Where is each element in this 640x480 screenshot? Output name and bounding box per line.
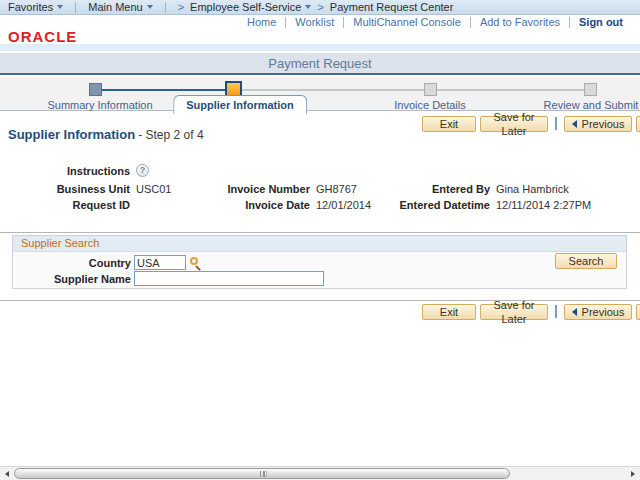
field-request-id: Request ID — [0, 199, 136, 211]
horizontal-scrollbar[interactable] — [0, 466, 640, 480]
breadcrumb-separator: > — [178, 1, 184, 13]
oracle-logo: ORACLE — [8, 29, 77, 45]
instructions-row: Instructions ? — [0, 164, 149, 177]
country-input[interactable] — [134, 255, 186, 270]
field-business-unit: Business UnitUSC01 — [0, 183, 171, 195]
step-label-review-and-submit[interactable]: Review and Submit — [544, 99, 639, 111]
supplier-search-header: Supplier Search — [13, 236, 626, 252]
lookup-magnifier-icon[interactable] — [189, 256, 203, 270]
supplier-name-input[interactable] — [134, 271, 324, 286]
next-button-clipped[interactable] — [636, 304, 640, 320]
header-links: Home Worklist MultiChannel Console Add t… — [0, 15, 640, 29]
exit-button[interactable]: Exit — [422, 116, 476, 132]
field-row: Request ID Invoice Date12/01/2014 Entere… — [0, 199, 640, 215]
supplier-name-label: Supplier Name — [13, 273, 131, 285]
payment-request-page: Favorites Main Menu > Employee Self-Serv… — [0, 0, 640, 480]
breadcrumb-employee-self-service[interactable]: Employee Self-Service — [190, 1, 311, 13]
chevron-down-icon — [57, 5, 63, 9]
triangle-right-icon — [631, 471, 635, 477]
worklist-link[interactable]: Worklist — [286, 16, 343, 28]
page-title-bar: Payment Request — [0, 53, 640, 75]
request-summary-fields: Business UnitUSC01 Invoice NumberGH8767 … — [0, 183, 640, 215]
step-marker-invoice-details[interactable] — [424, 83, 437, 96]
previous-button[interactable]: Previous — [564, 116, 632, 132]
add-to-favorites-link[interactable]: Add to Favorites — [471, 16, 569, 28]
breadcrumb-divider — [165, 2, 166, 13]
previous-button[interactable]: Previous — [564, 304, 632, 320]
triangle-left-icon — [5, 471, 9, 477]
instructions-label: Instructions — [0, 165, 130, 177]
supplier-name-row: Supplier Name — [13, 271, 324, 286]
field-entered-datetime: Entered Datetime12/11/2014 2:27PM — [360, 199, 591, 211]
stepper-segment-upcoming — [430, 89, 590, 91]
supplier-search-section: Supplier Search Country Supplier Name Se… — [12, 235, 627, 289]
breadcrumb-employee-self-service-label: Employee Self-Service — [190, 1, 301, 13]
breadcrumb-payment-request-center-label: Payment Request Center — [330, 1, 454, 13]
field-value: GH8767 — [316, 183, 357, 195]
country-row: Country — [13, 255, 203, 270]
scrollbar-thumb[interactable] — [14, 468, 510, 479]
step-marker-summary-information[interactable] — [89, 83, 102, 96]
stepper-segment-completed — [95, 89, 233, 91]
toolbar-divider — [555, 117, 557, 130]
field-invoice-number: Invoice NumberGH8767 — [180, 183, 357, 195]
chevron-down-icon — [147, 5, 153, 9]
field-label: Entered By — [360, 183, 490, 195]
exit-button[interactable]: Exit — [422, 304, 476, 320]
magnifier-handle — [195, 265, 201, 271]
page-title: Payment Request — [268, 56, 371, 71]
step-label-invoice-details[interactable]: Invoice Details — [394, 99, 466, 111]
breadcrumb-payment-request-center[interactable]: Payment Request Center — [330, 1, 454, 13]
tab-supplier-information[interactable]: Supplier Information — [173, 95, 307, 114]
previous-button-label: Previous — [582, 117, 625, 131]
breadcrumb-main-menu[interactable]: Main Menu — [88, 1, 152, 13]
breadcrumb: Favorites Main Menu > Employee Self-Serv… — [0, 0, 640, 15]
save-for-later-button[interactable]: Save for Later — [480, 304, 548, 320]
page-heading-step: - Step 2 of 4 — [138, 128, 203, 142]
field-row: Business UnitUSC01 Invoice NumberGH8767 … — [0, 183, 640, 199]
page-heading-title: Supplier Information — [8, 127, 135, 142]
field-value: Gina Hambrick — [496, 183, 569, 195]
field-value: USC01 — [136, 183, 171, 195]
breadcrumb-favorites-label: Favorites — [8, 1, 53, 13]
field-label: Invoice Number — [180, 183, 310, 195]
step-label-summary-information[interactable]: Summary Information — [47, 99, 152, 111]
page-heading: Supplier Information - Step 2 of 4 — [8, 127, 204, 142]
help-icon[interactable]: ? — [136, 164, 149, 177]
field-label: Entered Datetime — [360, 199, 490, 211]
save-for-later-button[interactable]: Save for Later — [480, 116, 548, 132]
step-marker-review-and-submit[interactable] — [584, 83, 597, 96]
step-counter: - Step 2 of 4 — [138, 128, 203, 142]
field-invoice-date: Invoice Date12/01/2014 — [180, 199, 371, 211]
toolbar-bottom: Exit Save for Later Previous — [0, 303, 640, 320]
scroll-right-arrow[interactable] — [626, 467, 640, 480]
arrow-left-icon — [572, 308, 577, 316]
breadcrumb-main-menu-label: Main Menu — [88, 1, 142, 13]
scroll-left-arrow[interactable] — [0, 467, 14, 480]
arrow-left-icon — [572, 120, 577, 128]
sign-out-link[interactable]: Sign out — [570, 16, 632, 28]
breadcrumb-divider — [75, 2, 76, 13]
chevron-down-icon — [305, 5, 311, 9]
wizard-stepper: Summary Information Supplier Information… — [0, 77, 640, 111]
decorative-band — [0, 44, 640, 51]
scrollbar-grip-icon — [258, 471, 267, 477]
divider — [0, 232, 640, 233]
field-label: Request ID — [0, 199, 130, 211]
multichannel-console-link[interactable]: MultiChannel Console — [344, 16, 470, 28]
previous-button-label: Previous — [582, 305, 625, 319]
country-label: Country — [13, 257, 131, 269]
magnifier-lens — [190, 257, 198, 265]
home-link[interactable]: Home — [238, 16, 285, 28]
field-label: Business Unit — [0, 183, 130, 195]
breadcrumb-separator: > — [317, 1, 323, 13]
field-value: 12/11/2014 2:27PM — [496, 199, 591, 211]
field-entered-by: Entered ByGina Hambrick — [360, 183, 569, 195]
field-label: Invoice Date — [180, 199, 310, 211]
next-button-clipped[interactable] — [636, 116, 640, 132]
breadcrumb-favorites[interactable]: Favorites — [8, 1, 63, 13]
toolbar-divider — [555, 305, 557, 318]
stepper-segment-upcoming — [233, 89, 430, 91]
search-button[interactable]: Search — [555, 253, 617, 269]
